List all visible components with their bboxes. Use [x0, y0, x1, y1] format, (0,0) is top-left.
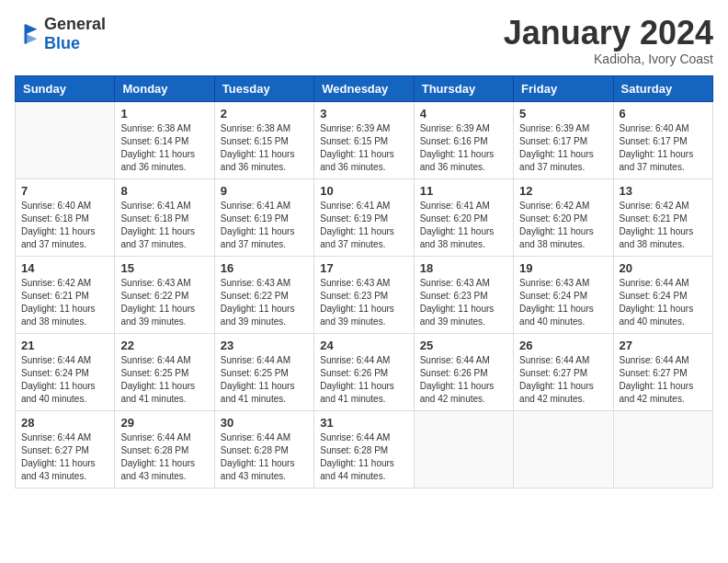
day-info: Sunrise: 6:44 AM Sunset: 6:24 PM Dayligh… [620, 277, 707, 328]
day-info: Sunrise: 6:42 AM Sunset: 6:21 PM Dayligh… [21, 277, 108, 328]
day-info: Sunrise: 6:44 AM Sunset: 6:27 PM Dayligh… [21, 431, 108, 483]
calendar-day: 9Sunrise: 6:41 AM Sunset: 6:19 PM Daylig… [214, 178, 313, 256]
day-info: Sunrise: 6:44 AM Sunset: 6:28 PM Dayligh… [120, 431, 208, 483]
day-number: 9 [221, 184, 308, 198]
day-number: 10 [320, 184, 407, 198]
day-info: Sunrise: 6:43 AM Sunset: 6:23 PM Dayligh… [420, 277, 507, 328]
calendar-day: 4Sunrise: 6:39 AM Sunset: 6:16 PM Daylig… [414, 101, 513, 178]
calendar-day [16, 101, 115, 178]
logo-general: General [44, 15, 106, 33]
day-info: Sunrise: 6:40 AM Sunset: 6:17 PM Dayligh… [620, 122, 707, 174]
day-info: Sunrise: 6:44 AM Sunset: 6:28 PM Dayligh… [221, 431, 308, 483]
day-number: 3 [320, 107, 407, 121]
calendar-day [613, 410, 712, 488]
day-info: Sunrise: 6:44 AM Sunset: 6:27 PM Dayligh… [519, 354, 607, 406]
calendar-day: 17Sunrise: 6:43 AM Sunset: 6:23 PM Dayli… [314, 256, 414, 333]
day-number: 2 [221, 107, 308, 121]
title-block: January 2024 Kadioha, Ivory Coast [504, 15, 713, 66]
month-title: January 2024 [504, 15, 713, 52]
calendar-header: Sunday Monday Tuesday Wednesday Thursday… [16, 75, 713, 101]
header-saturday: Saturday [613, 75, 712, 101]
calendar-day: 31Sunrise: 6:44 AM Sunset: 6:28 PM Dayli… [314, 410, 414, 488]
day-number: 8 [120, 184, 208, 198]
day-info: Sunrise: 6:41 AM Sunset: 6:18 PM Dayligh… [120, 200, 208, 251]
day-number: 26 [519, 339, 607, 352]
logo: General Blue [15, 15, 106, 53]
day-info: Sunrise: 6:43 AM Sunset: 6:24 PM Dayligh… [519, 277, 607, 328]
calendar-day: 26Sunrise: 6:44 AM Sunset: 6:27 PM Dayli… [514, 333, 613, 410]
page-header: General Blue January 2024 Kadioha, Ivory… [15, 15, 713, 66]
day-number: 6 [620, 107, 707, 121]
calendar-day: 16Sunrise: 6:43 AM Sunset: 6:22 PM Dayli… [214, 256, 313, 333]
day-number: 24 [320, 339, 407, 352]
header-sunday: Sunday [16, 75, 115, 101]
calendar-day: 5Sunrise: 6:39 AM Sunset: 6:17 PM Daylig… [514, 101, 613, 178]
calendar-week-row: 21Sunrise: 6:44 AM Sunset: 6:24 PM Dayli… [16, 333, 713, 410]
day-number: 13 [620, 184, 707, 198]
day-number: 11 [420, 184, 507, 198]
day-info: Sunrise: 6:39 AM Sunset: 6:16 PM Dayligh… [420, 122, 507, 174]
calendar-day: 1Sunrise: 6:38 AM Sunset: 6:14 PM Daylig… [115, 101, 214, 178]
day-number: 22 [120, 339, 208, 352]
calendar-body: 1Sunrise: 6:38 AM Sunset: 6:14 PM Daylig… [16, 101, 713, 488]
calendar-day: 18Sunrise: 6:43 AM Sunset: 6:23 PM Dayli… [414, 256, 513, 333]
calendar-day: 24Sunrise: 6:44 AM Sunset: 6:26 PM Dayli… [314, 333, 414, 410]
day-number: 23 [221, 339, 308, 352]
day-info: Sunrise: 6:44 AM Sunset: 6:25 PM Dayligh… [221, 354, 308, 406]
header-friday: Friday [514, 75, 613, 101]
day-info: Sunrise: 6:44 AM Sunset: 6:26 PM Dayligh… [320, 354, 407, 406]
calendar-day: 15Sunrise: 6:43 AM Sunset: 6:22 PM Dayli… [115, 256, 214, 333]
day-info: Sunrise: 6:39 AM Sunset: 6:17 PM Dayligh… [519, 122, 607, 174]
day-info: Sunrise: 6:43 AM Sunset: 6:23 PM Dayligh… [320, 277, 407, 328]
day-number: 4 [420, 107, 507, 121]
calendar-week-row: 28Sunrise: 6:44 AM Sunset: 6:27 PM Dayli… [16, 410, 713, 488]
day-number: 12 [519, 184, 607, 198]
day-info: Sunrise: 6:41 AM Sunset: 6:19 PM Dayligh… [320, 200, 407, 251]
calendar-day: 6Sunrise: 6:40 AM Sunset: 6:17 PM Daylig… [613, 101, 712, 178]
day-number: 1 [120, 107, 208, 121]
day-info: Sunrise: 6:44 AM Sunset: 6:25 PM Dayligh… [120, 354, 208, 406]
day-info: Sunrise: 6:40 AM Sunset: 6:18 PM Dayligh… [21, 200, 108, 251]
day-number: 29 [120, 416, 208, 430]
day-info: Sunrise: 6:38 AM Sunset: 6:15 PM Dayligh… [221, 122, 308, 174]
day-info: Sunrise: 6:44 AM Sunset: 6:26 PM Dayligh… [420, 354, 507, 406]
day-number: 25 [420, 339, 507, 352]
day-number: 21 [21, 339, 108, 352]
day-info: Sunrise: 6:41 AM Sunset: 6:20 PM Dayligh… [420, 200, 507, 251]
day-number: 19 [519, 261, 607, 275]
day-info: Sunrise: 6:38 AM Sunset: 6:14 PM Dayligh… [120, 122, 208, 174]
day-number: 7 [21, 184, 108, 198]
calendar-day [414, 410, 513, 488]
day-number: 14 [21, 261, 108, 275]
day-info: Sunrise: 6:44 AM Sunset: 6:28 PM Dayligh… [320, 431, 407, 483]
day-number: 31 [320, 416, 407, 430]
day-number: 17 [320, 261, 407, 275]
header-thursday: Thursday [414, 75, 513, 101]
calendar-day: 22Sunrise: 6:44 AM Sunset: 6:25 PM Dayli… [115, 333, 214, 410]
calendar-day: 12Sunrise: 6:42 AM Sunset: 6:20 PM Dayli… [514, 178, 613, 256]
calendar-day: 3Sunrise: 6:39 AM Sunset: 6:15 PM Daylig… [314, 101, 414, 178]
calendar-day: 7Sunrise: 6:40 AM Sunset: 6:18 PM Daylig… [16, 178, 115, 256]
header-wednesday: Wednesday [314, 75, 414, 101]
location-subtitle: Kadioha, Ivory Coast [504, 52, 713, 66]
day-info: Sunrise: 6:44 AM Sunset: 6:27 PM Dayligh… [620, 354, 707, 406]
calendar-day: 20Sunrise: 6:44 AM Sunset: 6:24 PM Dayli… [613, 256, 712, 333]
svg-rect-0 [15, 21, 40, 47]
svg-marker-2 [26, 34, 37, 44]
calendar-week-row: 14Sunrise: 6:42 AM Sunset: 6:21 PM Dayli… [16, 256, 713, 333]
calendar-day: 13Sunrise: 6:42 AM Sunset: 6:21 PM Dayli… [613, 178, 712, 256]
day-number: 5 [519, 107, 607, 121]
calendar-day: 8Sunrise: 6:41 AM Sunset: 6:18 PM Daylig… [115, 178, 214, 256]
header-monday: Monday [115, 75, 214, 101]
day-info: Sunrise: 6:42 AM Sunset: 6:21 PM Dayligh… [620, 200, 707, 251]
day-number: 18 [420, 261, 507, 275]
calendar-week-row: 7Sunrise: 6:40 AM Sunset: 6:18 PM Daylig… [16, 178, 713, 256]
svg-marker-1 [26, 25, 37, 35]
calendar-day: 23Sunrise: 6:44 AM Sunset: 6:25 PM Dayli… [214, 333, 313, 410]
calendar-day: 11Sunrise: 6:41 AM Sunset: 6:20 PM Dayli… [414, 178, 513, 256]
calendar-table: Sunday Monday Tuesday Wednesday Thursday… [15, 75, 713, 488]
calendar-day: 28Sunrise: 6:44 AM Sunset: 6:27 PM Dayli… [16, 410, 115, 488]
logo-icon [15, 21, 40, 47]
day-number: 28 [21, 416, 108, 430]
calendar-day: 21Sunrise: 6:44 AM Sunset: 6:24 PM Dayli… [16, 333, 115, 410]
